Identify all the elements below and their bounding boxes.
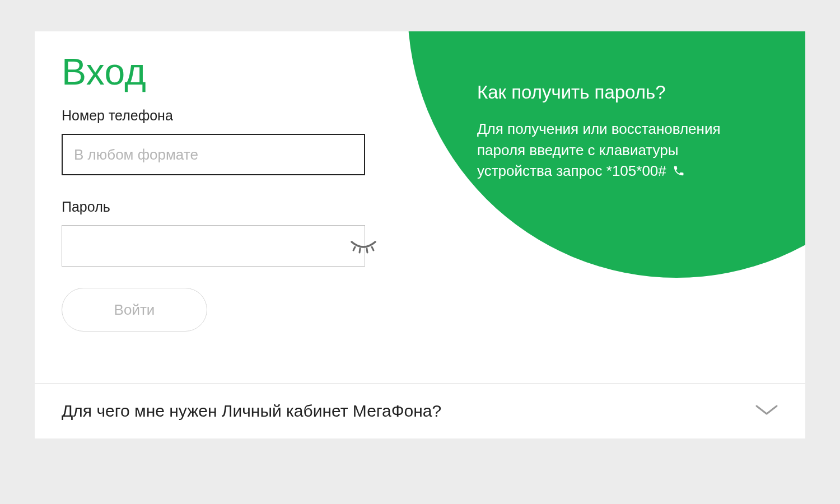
phone-label: Номер телефона	[62, 108, 393, 124]
phone-icon	[673, 162, 685, 183]
password-input-wrap	[62, 225, 393, 267]
help-text: Для получения или восстановления пароля …	[477, 119, 746, 183]
login-button[interactable]: Войти	[62, 288, 207, 332]
accordion-title: Для чего мне нужен Личный кабинет МегаФо…	[62, 402, 441, 421]
accordion-item-why-needed[interactable]: Для чего мне нужен Личный кабинет МегаФо…	[35, 383, 805, 438]
password-field-group: Пароль	[62, 199, 393, 267]
chevron-down-icon	[755, 404, 778, 418]
login-card: Вход Номер телефона Пароль	[35, 31, 805, 438]
phone-input-wrap	[62, 134, 393, 175]
eye-closed-icon	[349, 237, 377, 254]
svg-line-2	[367, 249, 367, 253]
login-form: Вход Номер телефона Пароль	[35, 31, 420, 383]
help-panel: Как получить пароль? Для получения или в…	[477, 82, 772, 183]
svg-line-0	[353, 247, 355, 250]
phone-field-group: Номер телефона	[62, 108, 393, 175]
svg-line-3	[372, 247, 374, 250]
help-title: Как получить пароль?	[477, 82, 772, 103]
password-label: Пароль	[62, 199, 393, 215]
main-section: Вход Номер телефона Пароль	[35, 31, 805, 383]
password-input[interactable]	[62, 225, 365, 267]
svg-line-1	[360, 249, 360, 253]
phone-input[interactable]	[62, 134, 365, 175]
toggle-password-visibility-button[interactable]	[349, 235, 377, 257]
page-title: Вход	[62, 50, 393, 93]
